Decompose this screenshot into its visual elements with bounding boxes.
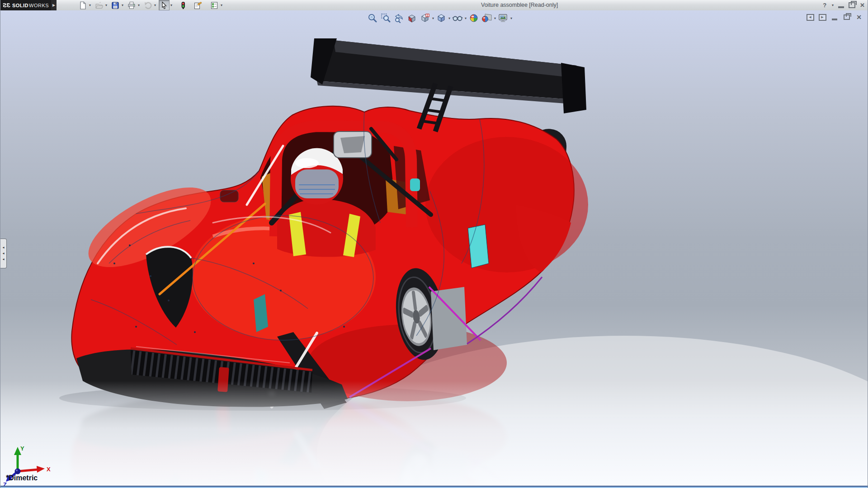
titlebar: ЗS SOLID WORKS ▶ ▾ ▾ (0, 0, 868, 11)
floor-fog (0, 381, 868, 486)
close-doc-icon[interactable]: ✕ (855, 14, 863, 21)
tab-arrow-icon: ◂ (2, 246, 4, 249)
zoom-to-fit-icon[interactable] (367, 12, 378, 24)
options-checklist-icon[interactable] (209, 0, 220, 10)
print-icon[interactable] (126, 0, 137, 10)
view-settings-caret[interactable]: ▾ (510, 16, 512, 20)
document-window-controls: ◀ ▶ ✕ (806, 14, 863, 21)
rearview-mirror[interactable] (334, 131, 372, 158)
hide-show-caret[interactable]: ▾ (465, 16, 467, 20)
cockpit-teal-detail (410, 178, 420, 191)
solidworks-logo: ЗS SOLID WORKS (0, 0, 51, 10)
window-title: Voiture assomblee [Read-only] (481, 0, 558, 10)
model-scene[interactable] (0, 10, 868, 486)
rocker-panel-gray (431, 287, 467, 350)
titlebar-controls: ? ▾ ✕ (823, 0, 865, 10)
open-button[interactable]: ▾ (91, 0, 107, 10)
graphics-area[interactable]: ▾ ▾ ▾ (0, 10, 868, 486)
undo-icon[interactable] (142, 0, 153, 10)
feature-manager-collapsed-tab[interactable]: ◂ ◂ ◂ (0, 239, 7, 268)
select-dropdown-caret[interactable]: ▾ (170, 3, 172, 7)
restore-doc-icon[interactable] (843, 14, 851, 21)
traffic-light-icon[interactable] (178, 0, 189, 10)
print-button[interactable]: ▾ (123, 0, 140, 10)
view-orientation-caret[interactable]: ▾ (432, 16, 434, 20)
display-style-caret[interactable]: ▾ (448, 16, 450, 20)
menu-flyout-arrow[interactable]: ▶ (51, 0, 57, 10)
new-document-icon[interactable] (77, 0, 88, 10)
axis-y-label: Y (20, 445, 24, 452)
hide-show-items-icon[interactable] (452, 12, 463, 24)
select-cursor-icon[interactable] (159, 0, 170, 10)
view-orientation-label: *Dimetric (6, 474, 38, 482)
save-icon[interactable] (110, 0, 121, 10)
options-button[interactable]: ▾ (206, 0, 222, 10)
logo-glyph: ЗS (3, 2, 10, 9)
window-bottom-frame (0, 486, 868, 488)
logo-brand-bold: SOLID (12, 3, 28, 8)
edit-note-icon[interactable] (192, 0, 203, 10)
minimize-button[interactable] (838, 6, 844, 8)
headsup-view-toolbar: ▾ ▾ ▾ (367, 12, 512, 24)
previous-view-icon[interactable] (393, 12, 405, 24)
tab-arrow-icon: ◂ (2, 258, 4, 261)
options-dropdown-caret[interactable]: ▾ (221, 3, 222, 7)
minimize-doc-icon[interactable] (830, 14, 839, 21)
apply-scene-caret[interactable]: ▾ (494, 16, 496, 20)
solidworks-window: ЗS SOLID WORKS ▶ ▾ ▾ (0, 0, 868, 488)
display-style-icon[interactable] (435, 12, 447, 24)
section-view-icon[interactable] (406, 12, 418, 24)
restore-button[interactable] (849, 2, 855, 8)
close-button[interactable]: ✕ (860, 0, 865, 10)
axis-x-label: X (47, 466, 51, 473)
logo-brand-light: WORKS (29, 3, 49, 8)
split-pane-left-icon[interactable]: ◀ (806, 14, 814, 21)
save-button[interactable]: ▾ (107, 0, 123, 10)
new-document-button[interactable]: ▾ (75, 0, 91, 10)
tab-arrow-icon: ◂ (2, 252, 4, 255)
undo-button[interactable]: ▾ (140, 0, 156, 10)
open-icon[interactable] (94, 0, 104, 10)
view-orientation-icon[interactable] (419, 12, 431, 24)
split-pane-right-icon[interactable]: ▶ (818, 14, 826, 21)
side-window-teal (468, 225, 489, 268)
select-tool-button[interactable]: ▾ (156, 0, 172, 10)
rear-wing[interactable] (311, 38, 586, 113)
help-button[interactable]: ? (823, 0, 826, 10)
edit-appearance-icon[interactable] (468, 12, 480, 24)
help-dropdown-caret[interactable]: ▾ (832, 3, 834, 7)
apply-scene-icon[interactable] (481, 12, 493, 24)
zoom-to-area-icon[interactable] (380, 12, 392, 24)
view-settings-icon[interactable] (497, 12, 509, 24)
